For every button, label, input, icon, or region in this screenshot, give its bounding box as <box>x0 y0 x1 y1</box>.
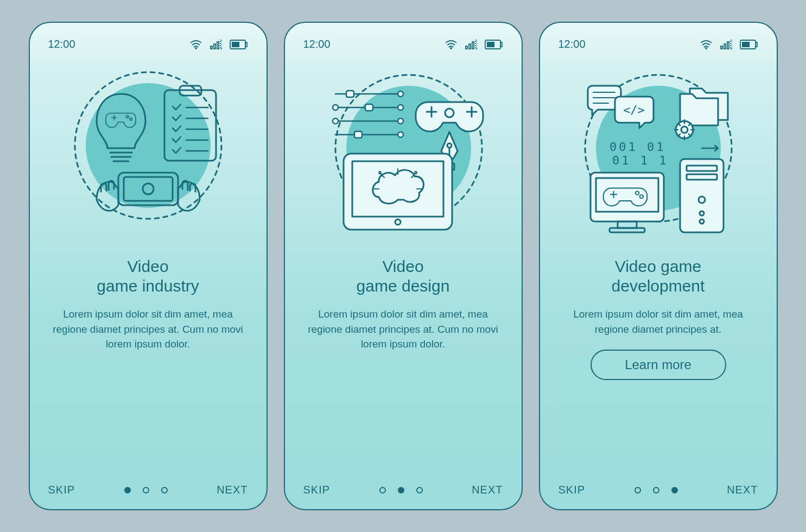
svg-rect-20 <box>472 42 474 49</box>
page-dot-3[interactable] <box>671 487 678 493</box>
page-dots <box>379 487 423 493</box>
page-dot-1[interactable] <box>379 487 386 493</box>
status-icons <box>189 40 248 49</box>
status-time: 12:00 <box>48 38 75 50</box>
learn-more-button[interactable]: Learn more <box>591 350 726 380</box>
svg-rect-50 <box>756 42 757 47</box>
svg-point-34 <box>398 132 403 137</box>
status-time: 12:00 <box>303 38 331 50</box>
screen-description: Lorem ipsum dolor sit dim amet, mea regi… <box>48 307 248 352</box>
footer-nav: SKIP NEXT <box>303 484 503 496</box>
svg-text:01 1 1: 01 1 1 <box>612 154 668 167</box>
wifi-icon <box>189 40 202 49</box>
signal-icon <box>210 40 222 49</box>
page-dot-3[interactable] <box>416 487 423 493</box>
svg-rect-45 <box>721 46 722 49</box>
battery-icon <box>230 40 248 49</box>
svg-point-44 <box>706 48 707 49</box>
content-block: Video game design Lorem ipsum dolor sit … <box>303 257 503 352</box>
svg-point-27 <box>398 91 403 97</box>
page-dot-2[interactable] <box>398 487 404 493</box>
skip-button[interactable]: SKIP <box>48 484 75 496</box>
svg-rect-19 <box>469 44 471 49</box>
svg-rect-18 <box>466 46 467 49</box>
svg-rect-48 <box>731 40 732 49</box>
svg-rect-62 <box>610 228 645 232</box>
svg-point-32 <box>398 118 403 124</box>
svg-point-29 <box>398 105 403 110</box>
page-dot-2[interactable] <box>653 487 659 493</box>
screen-title: Video game development <box>559 257 758 296</box>
next-button[interactable]: NEXT <box>472 484 503 496</box>
page-dot-1[interactable] <box>634 487 641 493</box>
footer-nav: SKIP NEXT <box>48 484 248 496</box>
skip-button[interactable]: SKIP <box>303 484 331 496</box>
svg-point-31 <box>333 105 338 110</box>
page-dots <box>124 487 168 493</box>
signal-icon <box>720 40 732 49</box>
status-bar: 12:00 <box>48 38 248 50</box>
svg-text:</>: </> <box>623 103 645 117</box>
svg-rect-23 <box>500 42 502 47</box>
svg-text:001 01: 001 01 <box>610 140 665 154</box>
content-block: Video game industry Lorem ipsum dolor si… <box>48 257 248 352</box>
svg-rect-39 <box>344 154 452 230</box>
svg-rect-61 <box>618 221 637 228</box>
onboarding-screen-2: 12:00 <box>284 22 523 510</box>
footer-nav: SKIP NEXT <box>559 484 758 496</box>
svg-rect-2 <box>214 44 215 49</box>
screen-description: Lorem ipsum dolor sit dim amet, mea regi… <box>303 307 503 352</box>
next-button[interactable]: NEXT <box>217 484 247 496</box>
battery-icon <box>740 40 758 49</box>
svg-rect-51 <box>742 42 750 47</box>
next-button[interactable]: NEXT <box>727 484 758 496</box>
status-icons <box>445 40 503 49</box>
content-block: Video game development Lorem ipsum dolor… <box>559 257 758 380</box>
svg-rect-24 <box>487 42 494 47</box>
svg-rect-28 <box>346 91 354 97</box>
svg-rect-30 <box>365 104 373 111</box>
illustration-design <box>303 67 503 246</box>
svg-rect-59 <box>591 173 664 221</box>
svg-rect-1 <box>211 46 212 49</box>
onboarding-screen-1: 12:00 <box>29 22 268 510</box>
svg-rect-21 <box>475 40 477 49</box>
skip-button[interactable]: SKIP <box>559 484 586 496</box>
status-bar: 12:00 <box>303 38 503 50</box>
svg-point-17 <box>450 48 452 49</box>
svg-point-33 <box>333 118 338 124</box>
svg-rect-47 <box>727 42 729 49</box>
svg-rect-46 <box>724 44 726 49</box>
wifi-icon <box>700 40 713 49</box>
svg-rect-35 <box>354 131 362 138</box>
svg-rect-4 <box>220 40 222 49</box>
svg-rect-6 <box>245 42 247 47</box>
svg-rect-7 <box>232 42 239 47</box>
svg-rect-3 <box>217 42 219 49</box>
onboarding-screen-3: 12:00 </> <box>539 22 778 510</box>
page-dot-3[interactable] <box>161 487 168 493</box>
page-dot-2[interactable] <box>143 487 149 493</box>
battery-icon <box>485 40 503 49</box>
page-dot-1[interactable] <box>124 487 131 493</box>
screen-title: Video game industry <box>48 257 248 296</box>
signal-icon <box>465 40 477 49</box>
illustration-industry <box>48 67 248 246</box>
screen-description: Lorem ipsum dolor sit dim amet, mea regi… <box>559 307 758 337</box>
screen-title: Video game design <box>303 257 503 296</box>
svg-point-8 <box>86 83 211 208</box>
status-icons <box>700 40 758 49</box>
illustration-development: </> 001 01 01 1 1 <box>559 67 758 246</box>
status-bar: 12:00 <box>559 38 758 50</box>
wifi-icon <box>445 40 458 49</box>
page-dots <box>634 487 678 493</box>
svg-point-0 <box>195 48 196 49</box>
status-time: 12:00 <box>559 38 586 50</box>
